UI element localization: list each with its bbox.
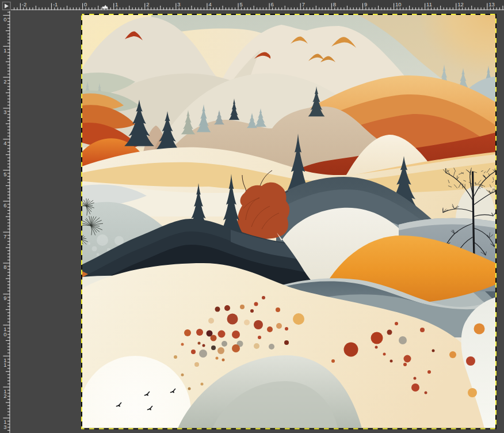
svg-text:0: 0 (84, 1, 87, 7)
svg-text:9: 9 (364, 1, 367, 7)
svg-text:3: 3 (3, 109, 6, 115)
svg-text:7: 7 (3, 233, 6, 240)
svg-text:2: 2 (146, 1, 149, 7)
svg-text:4: 4 (208, 1, 211, 7)
svg-text:3: 3 (3, 424, 6, 430)
svg-text:7: 7 (302, 1, 305, 7)
svg-text:-1: -1 (53, 1, 58, 7)
svg-text:-2: -2 (22, 1, 26, 7)
svg-text:3: 3 (177, 1, 180, 7)
svg-text:6: 6 (3, 202, 6, 208)
svg-text:13: 13 (488, 1, 495, 7)
svg-text:1: 1 (115, 1, 118, 7)
svg-text:2: 2 (3, 393, 6, 399)
svg-text:12: 12 (457, 1, 464, 7)
svg-text:8: 8 (333, 1, 336, 7)
svg-text:1: 1 (3, 47, 6, 54)
svg-text:5: 5 (240, 1, 243, 7)
svg-text:10: 10 (395, 1, 402, 7)
svg-text:1: 1 (3, 362, 6, 368)
svg-text:6: 6 (271, 1, 274, 7)
svg-text:4: 4 (3, 140, 6, 146)
svg-text:11: 11 (426, 1, 432, 7)
svg-text:8: 8 (3, 264, 6, 270)
svg-text:2: 2 (3, 78, 6, 85)
svg-text:5: 5 (3, 171, 6, 177)
svg-text:0: 0 (3, 331, 6, 337)
svg-text:0: 0 (3, 16, 6, 22)
svg-text:9: 9 (3, 295, 6, 301)
